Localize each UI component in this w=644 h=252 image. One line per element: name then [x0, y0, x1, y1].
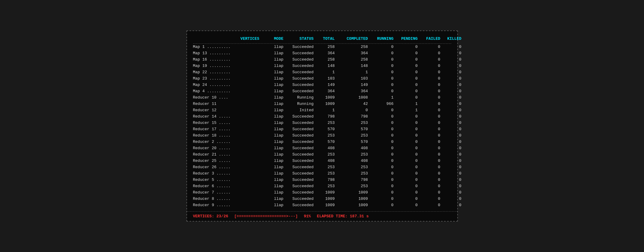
cell-status: Succeeded	[284, 64, 314, 68]
cell-status: Succeeded	[284, 127, 314, 131]
col-failed: FAILED	[418, 36, 440, 41]
cell-failed: 0	[418, 171, 440, 176]
cell-running: 0	[368, 83, 394, 87]
cell-vertex: Reducer 7 ......	[193, 190, 259, 195]
terminal-container: VERTICES MODE STATUS TOTAL COMPLETED RUN…	[186, 30, 458, 222]
cell-failed: 0	[418, 64, 440, 68]
cell-failed: 0	[418, 83, 440, 87]
cell-mode: llap	[259, 114, 284, 119]
table-area: VERTICES MODE STATUS TOTAL COMPLETED RUN…	[187, 31, 457, 211]
cell-killed: 0	[440, 152, 462, 157]
cell-vertex: Reducer 12	[193, 108, 259, 112]
cell-failed: 0	[418, 95, 440, 100]
cell-pending: 0	[394, 89, 418, 93]
cell-completed: 258	[335, 45, 368, 49]
cell-completed: 798	[335, 114, 368, 119]
cell-killed: 0	[440, 178, 462, 182]
cell-vertex: Reducer 5 ......	[193, 178, 259, 182]
cell-pending: 1	[394, 108, 418, 112]
cell-failed: 0	[418, 133, 440, 138]
cell-completed: 253	[335, 133, 368, 138]
table-row: Reducer 15 ..... llap Succeeded 253 253 …	[193, 120, 451, 126]
cell-mode: llap	[259, 190, 284, 195]
cell-running: 0	[368, 108, 394, 112]
cell-running: 0	[368, 127, 394, 131]
table-row: Map 4 .......... llap Succeeded 364 364 …	[193, 88, 451, 94]
cell-killed: 0	[440, 108, 462, 112]
cell-total: 258	[314, 45, 335, 49]
cell-total: 253	[314, 184, 335, 188]
cell-vertex: Map 22 .........	[193, 70, 259, 74]
cell-status: Succeeded	[284, 171, 314, 176]
cell-vertex: Reducer 20 .....	[193, 146, 259, 150]
cell-status: Succeeded	[284, 51, 314, 55]
cell-total: 798	[314, 114, 335, 119]
cell-mode: llap	[259, 197, 284, 201]
cell-failed: 0	[418, 190, 440, 195]
cell-pending: 0	[394, 95, 418, 100]
cell-pending: 0	[394, 64, 418, 68]
cell-pending: 0	[394, 140, 418, 144]
cell-total: 408	[314, 146, 335, 150]
cell-pending: 0	[394, 165, 418, 169]
cell-status: Succeeded	[284, 159, 314, 163]
cell-failed: 0	[418, 76, 440, 81]
table-row: Reducer 8 ...... llap Succeeded 1009 100…	[193, 196, 451, 202]
cell-status: Succeeded	[284, 197, 314, 201]
cell-running: 0	[368, 165, 394, 169]
cell-pending: 0	[394, 178, 418, 182]
cell-killed: 0	[440, 45, 462, 49]
cell-total: 408	[314, 159, 335, 163]
table-row: Reducer 2 ...... llap Succeeded 570 570 …	[193, 139, 451, 145]
cell-mode: llap	[259, 133, 284, 138]
cell-killed: 0	[440, 70, 462, 74]
cell-vertex: Map 1 ..........	[193, 45, 259, 49]
cell-running: 966	[368, 102, 394, 106]
cell-status: Succeeded	[284, 57, 314, 62]
cell-total: 364	[314, 89, 335, 93]
cell-failed: 0	[418, 89, 440, 93]
table-row: Reducer 3 ...... llap Succeeded 253 253 …	[193, 170, 451, 177]
col-mode: MODE	[259, 36, 284, 41]
cell-completed: 1	[335, 70, 368, 74]
cell-pending: 0	[394, 203, 418, 207]
cell-total: 148	[314, 64, 335, 68]
cell-pending: 0	[394, 159, 418, 163]
cell-pending: 0	[394, 133, 418, 138]
cell-pending: 0	[394, 121, 418, 125]
cell-running: 0	[368, 64, 394, 68]
col-running: RUNNING	[368, 36, 394, 41]
cell-status: Succeeded	[284, 70, 314, 74]
table-row: Map 16 ......... llap Succeeded 258 258 …	[193, 56, 451, 63]
cell-total: 1009	[314, 203, 335, 207]
cell-mode: llap	[259, 45, 284, 49]
cell-failed: 0	[418, 197, 440, 201]
cell-vertex: Map 19 .........	[193, 64, 259, 68]
cell-mode: llap	[259, 171, 284, 176]
cell-mode: llap	[259, 70, 284, 74]
cell-vertex: Map 23 .........	[193, 76, 259, 81]
cell-total: 253	[314, 165, 335, 169]
cell-mode: llap	[259, 165, 284, 169]
cell-mode: llap	[259, 76, 284, 81]
cell-failed: 0	[418, 127, 440, 131]
cell-failed: 0	[418, 146, 440, 150]
cell-completed: 408	[335, 146, 368, 150]
cell-pending: 1	[394, 102, 418, 106]
cell-total: 1009	[314, 197, 335, 201]
cell-killed: 0	[440, 102, 462, 106]
table-row: Reducer 14 ..... llap Succeeded 798 798 …	[193, 113, 451, 120]
cell-killed: 0	[440, 146, 462, 150]
cell-completed: 253	[335, 152, 368, 157]
footer-percent: 91%	[304, 214, 311, 219]
table-row: Map 1 .......... llap Succeeded 258 258 …	[193, 44, 451, 50]
cell-status: Succeeded	[284, 121, 314, 125]
cell-running: 0	[368, 171, 394, 176]
cell-running: 0	[368, 70, 394, 74]
cell-completed: 1009	[335, 197, 368, 201]
cell-failed: 0	[418, 70, 440, 74]
cell-status: Succeeded	[284, 45, 314, 49]
cell-killed: 0	[440, 76, 462, 81]
cell-mode: llap	[259, 64, 284, 68]
cell-killed: 0	[440, 133, 462, 138]
